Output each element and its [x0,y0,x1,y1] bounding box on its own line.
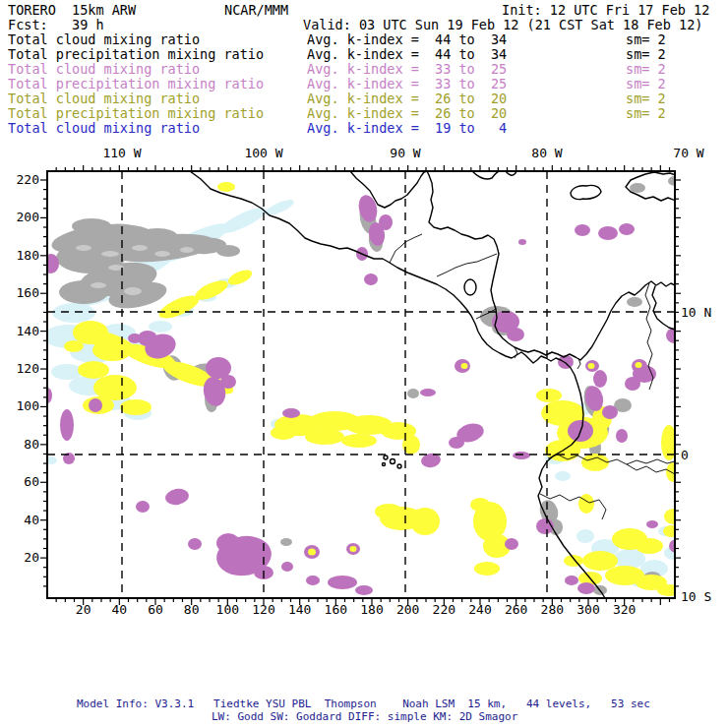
coastline-venezuela-gulf-path [652,286,675,330]
y-axis-tick-label: 60 [24,475,39,488]
lake-nicaragua [464,279,476,295]
y-axis-tick-label: 180 [17,249,39,262]
x-axis-tick-label: 120 [252,603,274,616]
latitude-label: 0 [681,449,689,461]
y-axis-tick-label: 160 [17,286,39,299]
x-axis-tick-label: 320 [613,603,636,616]
x-axis-tick-label: 100 [216,603,239,616]
y-axis-tick-label: 220 [17,173,39,186]
y-axis-tick-label: 20 [24,551,39,564]
galapagos-island [384,455,388,459]
longitude-label: 80 W [531,147,562,159]
footer-model-info: Model Info: V3.3.1 Tiedtke YSU PBL Thomp… [77,698,650,710]
x-axis-tick-label: 80 [184,603,200,616]
x-axis-tick-label: 160 [325,603,347,616]
x-axis-tick-label: 180 [360,603,383,616]
galapagos-island [397,464,401,468]
y-axis-tick-label: 200 [17,211,39,223]
map-canvas [0,0,728,728]
longitude-label: 90 W [390,147,420,159]
galapagos-island [383,463,386,466]
x-axis-tick-label: 40 [112,603,128,616]
longitude-label: 110 W [102,147,141,159]
x-axis-tick-label: 240 [468,603,491,616]
weather-model-plot: TORERO 15km ARW NCAR/MMM Init: 12 UTC Fr… [0,0,728,728]
island-cuba-fragment-path [472,171,516,179]
x-axis-tick-label: 260 [505,603,527,616]
y-axis-tick-label: 40 [24,514,39,526]
y-axis-tick-label: 80 [24,438,39,451]
latitude-label: 10 N [681,306,711,319]
island-jamaica-path [571,185,601,199]
galapagos-island [391,459,395,464]
x-axis-tick-label: 300 [576,603,599,616]
footer-physics-info: LW: Godd SW: Goddard DIFF: simple KM: 2D… [212,710,517,723]
y-axis-tick-label: 120 [17,362,39,375]
x-axis-tick-label: 220 [433,603,455,616]
y-axis-tick-label: 100 [17,399,39,412]
country-borders [390,234,675,519]
x-axis-tick-label: 280 [541,603,564,616]
latitude-label: 10 S [681,590,711,603]
coastline-pacific-path [190,171,605,598]
x-axis-tick-label: 60 [148,603,163,616]
x-axis-tick-label: 140 [288,603,311,616]
longitude-label: 100 W [244,147,282,159]
longitude-label: 70 W [673,147,703,159]
y-axis-tick-label: 140 [17,325,39,337]
x-axis-tick-label: 200 [396,603,419,616]
x-axis-tick-label: 20 [76,603,91,616]
